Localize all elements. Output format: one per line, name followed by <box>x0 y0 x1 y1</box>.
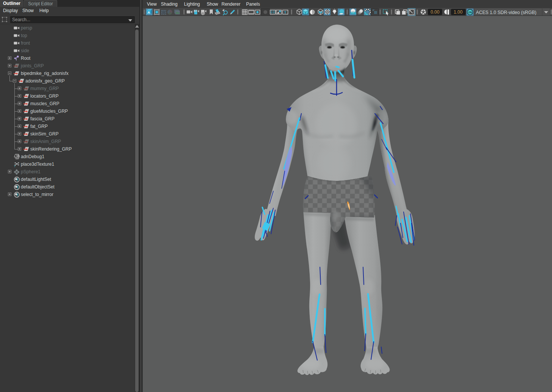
svg-text:ACES 1.0 SDR-video (sRGB): ACES 1.0 SDR-video (sRGB) <box>476 10 536 15</box>
svg-text:T: T <box>284 10 287 14</box>
svg-text:0.00: 0.00 <box>430 9 440 15</box>
svg-text:1.00: 1.00 <box>454 9 463 15</box>
svg-text:T: T <box>14 165 16 168</box>
svg-text:ON: ON <box>468 11 472 14</box>
svg-text:A: A <box>148 11 150 14</box>
